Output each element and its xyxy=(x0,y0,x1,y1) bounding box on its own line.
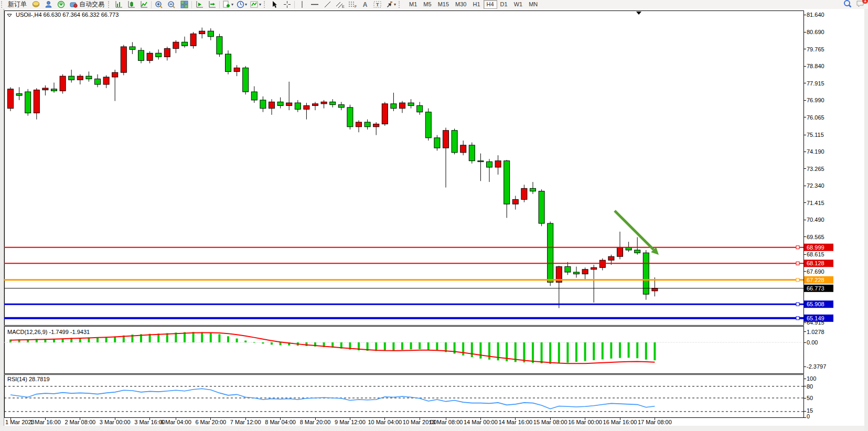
line-handle[interactable] xyxy=(796,303,799,306)
bull-candle xyxy=(112,72,118,77)
gold-coin-icon xyxy=(32,1,40,8)
price-badge-label: 68.999 xyxy=(807,244,824,251)
price-tick-label: 70.490 xyxy=(807,217,824,223)
macd-histogram-bar xyxy=(636,342,638,358)
price-tick-label: 73.265 xyxy=(807,166,824,172)
zoom-out-button[interactable] xyxy=(165,0,178,9)
bull-candle xyxy=(34,90,39,113)
price-tick-label: 72.340 xyxy=(807,182,824,189)
macd-histogram-bar xyxy=(488,342,490,360)
signal-button[interactable] xyxy=(55,0,67,9)
auto-trading-button[interactable]: 自动交易 xyxy=(67,0,107,9)
bull-candle xyxy=(286,103,292,105)
macd-scale-label: 1.0278 xyxy=(807,329,824,335)
bar-chart-button[interactable] xyxy=(112,0,125,9)
auto-scroll-button[interactable] xyxy=(193,0,206,9)
bull-candle xyxy=(521,188,527,199)
line-handle[interactable] xyxy=(796,317,799,320)
macd-histogram-bar xyxy=(410,342,412,349)
macd-histogram-bar xyxy=(419,342,421,349)
bear-candle xyxy=(452,131,457,153)
arrows-tool-button[interactable]: ▾ xyxy=(384,0,398,9)
tile-windows-button[interactable] xyxy=(178,0,190,9)
time-tick-label: 17 Mar 08:00 xyxy=(638,419,672,425)
notification-badge: 1 xyxy=(862,0,868,4)
line-chart-button[interactable] xyxy=(137,0,150,9)
periods-button[interactable]: ▾ xyxy=(235,0,249,9)
candlestick-chart-button[interactable] xyxy=(125,0,137,9)
line-handle[interactable] xyxy=(796,278,799,282)
text-a-icon: A xyxy=(363,1,368,8)
macd-histogram-bar xyxy=(645,342,647,360)
auto-trading-label: 自动交易 xyxy=(79,0,104,9)
tab-timeframe-m5[interactable]: M5 xyxy=(420,0,434,9)
macd-histogram-bar xyxy=(575,342,577,362)
macd-histogram-bar xyxy=(244,340,247,342)
new-order-label: 新订单 xyxy=(8,0,27,9)
bear-candle xyxy=(251,92,257,100)
notifications-button[interactable]: 1 xyxy=(856,0,865,9)
vertical-line-button[interactable] xyxy=(296,0,308,9)
price-badge-label: 65.908 xyxy=(807,301,824,307)
bull-candle xyxy=(190,34,196,46)
bear-candle xyxy=(487,161,492,167)
chart-shift-button[interactable] xyxy=(206,0,218,9)
text-label-button[interactable]: A xyxy=(359,0,371,9)
horizontal-line-icon xyxy=(310,1,319,8)
price-tick-label: 80.690 xyxy=(807,29,824,35)
fibonacci-button[interactable]: F xyxy=(346,0,359,9)
coin-button[interactable] xyxy=(29,0,42,9)
bull-candle xyxy=(269,102,275,108)
tab-timeframe-w1[interactable]: W1 xyxy=(511,0,526,9)
crosshair-icon xyxy=(283,1,291,8)
new-chart-button[interactable]: ▾ xyxy=(221,0,235,9)
tab-timeframe-h1[interactable]: H1 xyxy=(469,0,483,9)
line-handle[interactable] xyxy=(796,246,799,249)
tab-timeframe-mn[interactable]: MN xyxy=(526,0,541,9)
bull-candle xyxy=(460,145,466,153)
bull-candle xyxy=(356,122,362,127)
tab-timeframe-m30[interactable]: M30 xyxy=(452,0,469,9)
toolbar-grip xyxy=(264,1,266,8)
profile-button[interactable] xyxy=(42,0,55,9)
toolbar-separator xyxy=(294,1,295,8)
indicators-button[interactable]: ▾ xyxy=(249,0,263,9)
chart-title: USOil-,H4 66.630 67.364 66.332 66.773 xyxy=(7,12,119,18)
bear-candle xyxy=(478,161,484,162)
macd-histogram-bar xyxy=(105,337,108,342)
bull-candle xyxy=(77,76,83,80)
bull-candle xyxy=(8,89,14,109)
bear-candle xyxy=(425,112,431,138)
text-box-button[interactable]: T xyxy=(371,0,384,9)
tab-timeframe-d1[interactable]: D1 xyxy=(497,0,511,9)
price-badge-label: 68.128 xyxy=(807,260,824,266)
macd-histogram-bar xyxy=(584,342,586,361)
bear-candle xyxy=(95,79,101,84)
price-tick-label: 71.415 xyxy=(807,200,824,206)
line-handle[interactable] xyxy=(796,262,799,265)
vertical-line-icon xyxy=(299,1,305,8)
tab-timeframe-h4[interactable]: H4 xyxy=(484,0,497,9)
chart-area[interactable]: 81.64080.69079.76578.84077.91576.99076.0… xyxy=(0,9,868,431)
price-tick-label: 67.690 xyxy=(807,268,824,275)
macd-histogram-bar xyxy=(566,342,569,363)
macd-histogram-bar xyxy=(610,342,612,359)
crosshair-button[interactable] xyxy=(281,0,293,9)
bear-candle xyxy=(208,31,213,37)
tab-timeframe-m1[interactable]: M1 xyxy=(406,0,420,9)
panel-frame xyxy=(4,326,803,373)
search-icon[interactable] xyxy=(843,0,852,9)
tab-timeframe-m15[interactable]: M15 xyxy=(435,0,452,9)
text-box-icon: T xyxy=(373,1,382,8)
new-order-button[interactable]: 新订单 xyxy=(5,0,29,9)
time-tick-label: 7 Mar 12:00 xyxy=(230,419,261,425)
zoom-in-button[interactable] xyxy=(153,0,165,9)
trendline-button[interactable] xyxy=(321,0,334,9)
cursor-button[interactable] xyxy=(268,0,281,9)
channel-button[interactable]: E xyxy=(334,0,346,9)
new-chart-icon xyxy=(222,1,231,8)
bull-candle xyxy=(199,31,205,34)
price-badge-label: 67.228 xyxy=(807,277,824,283)
macd-scale-label: 0.00 xyxy=(807,339,818,346)
horizontal-line-button[interactable] xyxy=(308,0,321,9)
